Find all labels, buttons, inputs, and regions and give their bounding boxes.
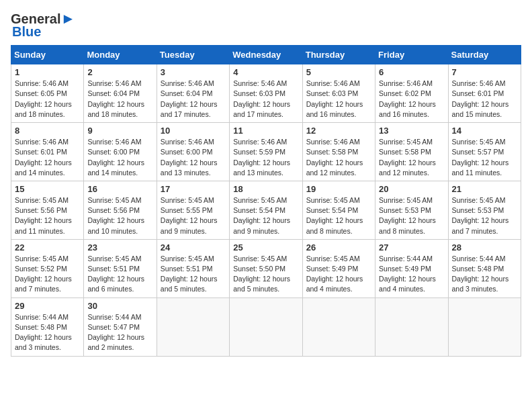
- day-info: Sunrise: 5:46 AM Sunset: 6:03 PM Dayligh…: [306, 79, 371, 120]
- table-row: 6Sunrise: 5:46 AM Sunset: 6:02 PM Daylig…: [375, 64, 448, 123]
- day-number: 22: [15, 242, 80, 253]
- day-info: Sunrise: 5:45 AM Sunset: 5:49 PM Dayligh…: [306, 254, 371, 295]
- day-number: 24: [161, 242, 226, 253]
- day-info: Sunrise: 5:45 AM Sunset: 5:52 PM Dayligh…: [15, 254, 80, 295]
- day-number: 4: [233, 67, 298, 77]
- day-number: 12: [306, 126, 371, 136]
- day-info: Sunrise: 5:46 AM Sunset: 6:00 PM Dayligh…: [161, 137, 226, 178]
- day-number: 17: [161, 184, 226, 194]
- weekday-header-monday: Monday: [84, 46, 157, 64]
- table-row: [157, 298, 229, 356]
- day-number: 7: [452, 67, 517, 77]
- table-row: 25Sunrise: 5:45 AM Sunset: 5:50 PM Dayli…: [230, 239, 302, 298]
- weekday-header-thursday: Thursday: [302, 46, 375, 64]
- day-info: Sunrise: 5:45 AM Sunset: 5:57 PM Dayligh…: [452, 137, 517, 178]
- logo: General► Blue: [11, 11, 75, 40]
- day-info: Sunrise: 5:45 AM Sunset: 5:50 PM Dayligh…: [233, 254, 298, 295]
- day-info: Sunrise: 5:46 AM Sunset: 6:02 PM Dayligh…: [379, 79, 444, 120]
- day-info: Sunrise: 5:46 AM Sunset: 6:01 PM Dayligh…: [452, 79, 517, 120]
- table-row: 15Sunrise: 5:45 AM Sunset: 5:56 PM Dayli…: [11, 181, 84, 239]
- day-number: 27: [379, 242, 444, 253]
- day-number: 21: [452, 184, 517, 194]
- table-row: 2Sunrise: 5:46 AM Sunset: 6:04 PM Daylig…: [84, 64, 157, 123]
- day-info: Sunrise: 5:45 AM Sunset: 5:56 PM Dayligh…: [15, 195, 80, 236]
- table-row: 23Sunrise: 5:45 AM Sunset: 5:51 PM Dayli…: [84, 239, 157, 298]
- table-row: 26Sunrise: 5:45 AM Sunset: 5:49 PM Dayli…: [302, 239, 375, 298]
- day-number: 15: [15, 184, 80, 194]
- day-number: 9: [87, 126, 152, 136]
- day-number: 8: [15, 126, 80, 136]
- table-row: 19Sunrise: 5:45 AM Sunset: 5:54 PM Dayli…: [302, 181, 375, 239]
- table-row: [375, 298, 448, 356]
- table-row: 10Sunrise: 5:46 AM Sunset: 6:00 PM Dayli…: [157, 123, 229, 181]
- day-number: 23: [87, 242, 152, 253]
- table-row: 7Sunrise: 5:46 AM Sunset: 6:01 PM Daylig…: [448, 64, 521, 123]
- table-row: 1Sunrise: 5:46 AM Sunset: 6:05 PM Daylig…: [11, 64, 84, 123]
- day-number: 28: [452, 242, 517, 253]
- table-row: [448, 298, 521, 356]
- table-row: 29Sunrise: 5:44 AM Sunset: 5:48 PM Dayli…: [11, 298, 84, 356]
- day-info: Sunrise: 5:46 AM Sunset: 6:04 PM Dayligh…: [161, 79, 226, 120]
- day-info: Sunrise: 5:46 AM Sunset: 6:03 PM Dayligh…: [233, 79, 298, 120]
- day-info: Sunrise: 5:44 AM Sunset: 5:48 PM Dayligh…: [452, 254, 517, 295]
- table-row: [302, 298, 375, 356]
- day-info: Sunrise: 5:44 AM Sunset: 5:48 PM Dayligh…: [15, 312, 80, 353]
- table-row: 18Sunrise: 5:45 AM Sunset: 5:54 PM Dayli…: [230, 181, 302, 239]
- day-number: 11: [233, 126, 298, 136]
- day-info: Sunrise: 5:46 AM Sunset: 6:01 PM Dayligh…: [15, 137, 80, 178]
- day-info: Sunrise: 5:45 AM Sunset: 5:51 PM Dayligh…: [87, 254, 152, 295]
- day-info: Sunrise: 5:45 AM Sunset: 5:51 PM Dayligh…: [161, 254, 226, 295]
- weekday-header-wednesday: Wednesday: [230, 46, 302, 64]
- table-row: 9Sunrise: 5:46 AM Sunset: 6:00 PM Daylig…: [84, 123, 157, 181]
- table-row: 20Sunrise: 5:45 AM Sunset: 5:53 PM Dayli…: [375, 181, 448, 239]
- day-number: 13: [379, 126, 444, 136]
- day-number: 5: [306, 67, 371, 77]
- weekday-header-sunday: Sunday: [11, 46, 84, 64]
- logo-blue: Blue: [12, 24, 41, 40]
- table-row: 4Sunrise: 5:46 AM Sunset: 6:03 PM Daylig…: [230, 64, 302, 123]
- day-info: Sunrise: 5:46 AM Sunset: 6:04 PM Dayligh…: [87, 79, 152, 120]
- table-row: 30Sunrise: 5:44 AM Sunset: 5:47 PM Dayli…: [84, 298, 157, 356]
- table-row: 11Sunrise: 5:46 AM Sunset: 5:59 PM Dayli…: [230, 123, 302, 181]
- table-row: 3Sunrise: 5:46 AM Sunset: 6:04 PM Daylig…: [157, 64, 229, 123]
- day-number: 26: [306, 242, 371, 253]
- weekday-header-friday: Friday: [375, 46, 448, 64]
- table-row: 16Sunrise: 5:45 AM Sunset: 5:56 PM Dayli…: [84, 181, 157, 239]
- table-row: 8Sunrise: 5:46 AM Sunset: 6:01 PM Daylig…: [11, 123, 84, 181]
- day-info: Sunrise: 5:45 AM Sunset: 5:54 PM Dayligh…: [306, 195, 371, 236]
- day-info: Sunrise: 5:45 AM Sunset: 5:54 PM Dayligh…: [233, 195, 298, 236]
- day-info: Sunrise: 5:45 AM Sunset: 5:58 PM Dayligh…: [379, 137, 444, 178]
- weekday-header-saturday: Saturday: [448, 46, 521, 64]
- day-number: 20: [379, 184, 444, 194]
- table-row: [230, 298, 302, 356]
- day-info: Sunrise: 5:46 AM Sunset: 6:05 PM Dayligh…: [15, 79, 80, 120]
- day-number: 6: [379, 67, 444, 77]
- day-number: 10: [161, 126, 226, 136]
- day-info: Sunrise: 5:46 AM Sunset: 5:59 PM Dayligh…: [233, 137, 298, 178]
- day-info: Sunrise: 5:45 AM Sunset: 5:53 PM Dayligh…: [379, 195, 444, 236]
- day-number: 29: [15, 301, 80, 311]
- table-row: 21Sunrise: 5:45 AM Sunset: 5:53 PM Dayli…: [448, 181, 521, 239]
- table-row: 12Sunrise: 5:46 AM Sunset: 5:58 PM Dayli…: [302, 123, 375, 181]
- table-row: 27Sunrise: 5:44 AM Sunset: 5:49 PM Dayli…: [375, 239, 448, 298]
- table-row: 17Sunrise: 5:45 AM Sunset: 5:55 PM Dayli…: [157, 181, 229, 239]
- day-number: 19: [306, 184, 371, 194]
- table-row: 28Sunrise: 5:44 AM Sunset: 5:48 PM Dayli…: [448, 239, 521, 298]
- day-info: Sunrise: 5:45 AM Sunset: 5:55 PM Dayligh…: [161, 195, 226, 236]
- table-row: 14Sunrise: 5:45 AM Sunset: 5:57 PM Dayli…: [448, 123, 521, 181]
- day-number: 14: [452, 126, 517, 136]
- day-info: Sunrise: 5:45 AM Sunset: 5:56 PM Dayligh…: [87, 195, 152, 236]
- day-info: Sunrise: 5:44 AM Sunset: 5:47 PM Dayligh…: [87, 312, 152, 353]
- table-row: 24Sunrise: 5:45 AM Sunset: 5:51 PM Dayli…: [157, 239, 229, 298]
- day-number: 2: [87, 67, 152, 77]
- day-info: Sunrise: 5:45 AM Sunset: 5:53 PM Dayligh…: [452, 195, 517, 236]
- day-number: 16: [87, 184, 152, 194]
- table-row: 22Sunrise: 5:45 AM Sunset: 5:52 PM Dayli…: [11, 239, 84, 298]
- table-row: 13Sunrise: 5:45 AM Sunset: 5:58 PM Dayli…: [375, 123, 448, 181]
- day-number: 25: [233, 242, 298, 253]
- day-number: 1: [15, 67, 80, 77]
- weekday-header-tuesday: Tuesday: [157, 46, 229, 64]
- day-number: 3: [161, 67, 226, 77]
- day-info: Sunrise: 5:44 AM Sunset: 5:49 PM Dayligh…: [379, 254, 444, 295]
- day-number: 18: [233, 184, 298, 194]
